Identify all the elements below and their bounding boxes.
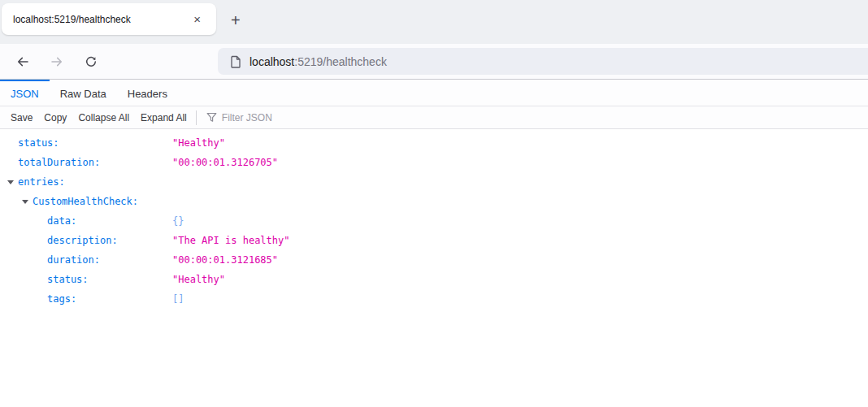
reload-button[interactable] — [80, 50, 102, 73]
json-row: description:"The API is healthy" — [0, 231, 868, 250]
json-row: entries: — [0, 172, 868, 192]
json-row: totalDuration:"00:00:01.3126705" — [0, 153, 868, 172]
json-row: CustomHealthCheck: — [0, 192, 868, 211]
twisty-expanded-icon[interactable] — [7, 180, 14, 184]
back-icon — [16, 55, 29, 68]
reload-icon — [85, 55, 98, 68]
copy-button[interactable]: Copy — [38, 112, 72, 123]
filter-icon — [206, 112, 217, 123]
tab-headers[interactable]: Headers — [117, 80, 178, 106]
json-key[interactable]: tags: — [47, 293, 76, 305]
json-key[interactable]: entries: — [18, 176, 65, 188]
json-key[interactable]: status: — [18, 137, 59, 149]
navigation-bar: localhost:5219/healthcheck — [0, 44, 868, 80]
back-button[interactable] — [11, 50, 34, 73]
json-value: [] — [172, 289, 184, 309]
new-tab-button[interactable]: + — [224, 9, 247, 32]
address-bar[interactable]: localhost:5219/healthcheck — [218, 48, 868, 75]
json-tree: status:"Healthy"totalDuration:"00:00:01.… — [0, 129, 868, 405]
json-key[interactable]: CustomHealthCheck: — [33, 196, 138, 207]
tab-bar: localhost:5219/healthcheck × + — [0, 0, 868, 44]
collapse-all-button[interactable]: Collapse All — [72, 112, 135, 123]
json-key[interactable]: duration: — [47, 254, 100, 266]
json-row: status:"Healthy" — [0, 270, 868, 289]
tab-json[interactable]: JSON — [0, 80, 50, 106]
json-value: "00:00:01.3121685" — [172, 250, 278, 270]
json-key[interactable]: data: — [47, 215, 76, 227]
json-value: {} — [172, 211, 184, 231]
tab-title: localhost:5219/healthcheck — [13, 14, 189, 25]
viewer-toolbar: Save Copy Collapse All Expand All — [0, 106, 868, 129]
toolbar-divider — [196, 110, 197, 125]
json-value: "Healthy" — [172, 133, 225, 153]
json-key[interactable]: description: — [47, 235, 118, 246]
json-row: tags:[] — [0, 289, 868, 309]
twisty-expanded-icon[interactable] — [22, 200, 28, 204]
filter-json-input[interactable] — [222, 112, 352, 123]
tab-raw-data[interactable]: Raw Data — [50, 80, 117, 106]
json-row: duration:"00:00:01.3121685" — [0, 250, 868, 270]
browser-tab[interactable]: localhost:5219/healthcheck × — [2, 3, 216, 35]
tab-close-icon[interactable]: × — [189, 11, 205, 27]
save-button[interactable]: Save — [5, 112, 38, 123]
json-key[interactable]: totalDuration: — [18, 157, 100, 168]
json-value: "The API is healthy" — [172, 231, 290, 250]
url-path: :5219/healthcheck — [294, 55, 387, 68]
forward-button[interactable] — [46, 50, 68, 73]
forward-icon — [50, 55, 63, 68]
json-row: data:{} — [0, 211, 868, 231]
expand-all-button[interactable]: Expand All — [135, 112, 193, 123]
viewer-tab-strip: JSON Raw Data Headers — [0, 80, 868, 106]
browser-window: localhost:5219/healthcheck × + localhost… — [0, 0, 868, 407]
json-value: "Healthy" — [172, 270, 225, 289]
json-row: status:"Healthy" — [0, 133, 868, 153]
json-value: "00:00:01.3126705" — [172, 153, 278, 172]
json-key[interactable]: status: — [47, 274, 89, 285]
page-icon — [230, 55, 241, 68]
url-host: localhost — [250, 55, 294, 68]
